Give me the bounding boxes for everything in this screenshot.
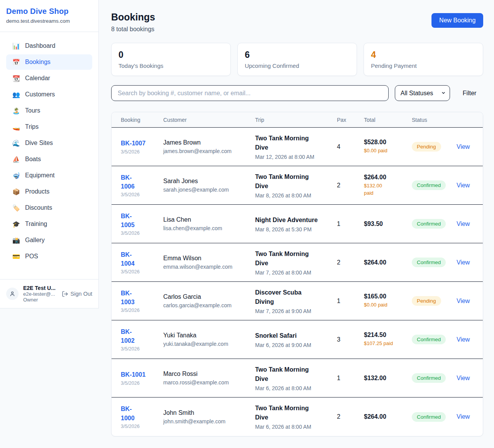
credit-card-icon: 💳 [12,253,20,260]
sidebar-item-gallery[interactable]: 📸 Gallery [6,232,92,248]
sidebar-item-label: Equipment [25,172,55,179]
user-name: E2E Test U... [23,285,57,291]
status-badge: Confirmed [412,258,446,267]
view-link[interactable]: View [457,182,470,189]
table-row: BK- 1005 3/5/2026 Lisa Chen lisa.chen@ex… [112,205,483,243]
total-amount: $214.50 [364,332,408,339]
stat-label: Today's Bookings [118,62,223,69]
status-filter-wrap: All Statuses [395,85,450,101]
booking-id-link[interactable]: BK-1007 [121,139,159,148]
sidebar-item-label: Gallery [25,237,45,244]
booking-date: 3/5/2026 [121,308,159,313]
sidebar-item-label: Discounts [25,204,52,211]
trip-name: Two Tank Morning Dive [255,134,313,152]
page-subtitle: 8 total bookings [111,26,155,33]
total-amount: $165.00 [364,293,408,300]
status-filter-select[interactable]: All Statuses [395,85,450,101]
sidebar-item-dashboard[interactable]: 📊 Dashboard [6,38,92,54]
booking-id-link[interactable]: BK-1001 [121,370,159,379]
pax-count: 3 [337,336,364,343]
total-amount: $264.00 [364,259,408,266]
sidebar-item-discounts[interactable]: 🏷️ Discounts [6,200,92,216]
view-link[interactable]: View [457,143,470,150]
booking-id-link[interactable]: BK- 1002 [121,327,159,345]
wave-icon: 🌊 [12,140,20,147]
trip-date: Mar 8, 2026 at 8:00 AM [255,192,333,199]
sidebar-user-section: E2E Test U... e2e-tester@... Owner Sign … [0,279,98,308]
pax-count: 2 [337,259,364,266]
main-content: Bookings 8 total bookings New Booking 0 … [99,0,494,448]
stat-value: 0 [118,50,223,60]
sidebar-item-equipment[interactable]: 🤿 Equipment [6,168,92,183]
page-header: Bookings 8 total bookings New Booking [111,12,483,33]
stats-row: 0 Today's Bookings 6 Upcoming Confirmed … [111,43,483,76]
stat-label: Pending Payment [371,62,476,69]
view-link[interactable]: View [457,375,470,381]
sidebar-item-pos[interactable]: 💳 POS [6,249,92,264]
booking-id-link[interactable]: BK- 1005 [121,212,159,229]
sidebar-item-bookings[interactable]: 📅 Bookings [6,54,92,70]
booking-id-link[interactable]: BK- 1003 [121,289,159,307]
sidebar-item-trips[interactable]: 🚤 Trips [6,119,92,135]
customer-email: john.smith@example.com [163,418,251,424]
view-link[interactable]: View [457,221,470,227]
customer-name: Yuki Tanaka [163,332,251,339]
customer-name: Carlos Garcia [163,293,251,300]
trip-name: Night Dive Adventure [255,216,333,225]
table-row: BK-1007 3/5/2026 James Brown james.brown… [112,128,483,166]
booking-id-link[interactable]: BK- 1000 [121,404,159,422]
trip-date: Mar 8, 2026 at 5:30 PM [255,226,333,232]
booking-date: 3/5/2026 [121,192,159,197]
calendar-icon: 📅 [12,59,20,66]
sidebar-item-label: Products [25,188,49,195]
user-email: e2e-tester@... [23,291,57,297]
bar-chart-icon: 📊 [12,42,20,50]
trip-date: Mar 7, 2026 at 8:00 AM [255,269,333,276]
sidebar-item-boats[interactable]: ⛵ Boats [6,152,92,167]
booking-id-link[interactable]: BK- 1004 [121,250,159,268]
new-booking-button[interactable]: New Booking [431,13,483,28]
sidebar-item-dive-sites[interactable]: 🌊 Dive Sites [6,135,92,151]
sailboat-icon: ⛵ [12,156,20,163]
column-header-pax: Pax [337,117,364,123]
total-amount: $132.00 [364,375,408,382]
sidebar-item-training[interactable]: 🎓 Training [6,216,92,232]
trip-name: Two Tank Morning Dive [255,404,313,422]
avatar [6,288,19,300]
package-icon: 📦 [12,188,20,195]
tear-off-calendar-icon: 📆 [12,75,20,82]
view-link[interactable]: View [457,413,470,420]
status-badge: Confirmed [412,412,446,422]
view-link[interactable]: View [457,259,470,266]
table-row: BK- 1006 3/5/2026 Sarah Jones sarah.jone… [112,166,483,205]
table-row: BK- 1002 3/5/2026 Yuki Tanaka yuki.tanak… [112,320,483,359]
sign-out-button[interactable]: Sign Out [62,291,92,297]
pax-count: 1 [337,221,364,227]
booking-date: 3/5/2026 [121,231,159,236]
status-badge: Pending [412,142,441,152]
shop-name: Demo Dive Shop [6,7,92,16]
view-link[interactable]: View [457,336,470,343]
table-row: BK- 1004 3/5/2026 Emma Wilson emma.wilso… [112,243,483,282]
sidebar-item-customers[interactable]: 👥 Customers [6,87,92,102]
trip-name: Discover Scuba Diving [255,288,313,307]
total-amount: $264.00 [364,413,408,420]
booking-id-link[interactable]: BK- 1006 [121,173,159,191]
customer-name: Lisa Chen [163,216,251,223]
logout-icon [62,291,68,297]
customer-name: Sarah Jones [163,178,251,185]
view-link[interactable]: View [457,298,470,304]
stat-value: 4 [371,50,476,60]
sidebar-item-label: Customers [25,91,55,98]
customer-name: John Smith [163,409,251,416]
sidebar-item-label: Bookings [25,59,51,66]
sidebar-item-tours[interactable]: 🏝️ Tours [6,103,92,118]
table-row: BK- 1003 3/5/2026 Carlos Garcia carlos.g… [112,282,483,320]
customer-email: yuki.tanaka@example.com [163,341,251,347]
column-header-customer: Customer [163,117,255,123]
sidebar-item-products[interactable]: 📦 Products [6,184,92,199]
sidebar-item-calendar[interactable]: 📆 Calendar [6,71,92,86]
search-input[interactable] [111,85,389,101]
filter-button[interactable]: Filter [456,90,484,97]
total-amount: $93.50 [364,221,408,227]
